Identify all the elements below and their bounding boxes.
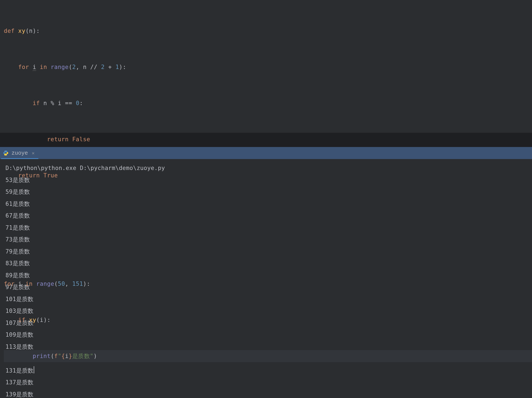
console-output-line: 139是质数 [5,389,532,398]
code-line[interactable]: if xy(i): [4,314,532,326]
code-line[interactable]: if n % i == 0: [4,97,532,109]
python-file-icon [3,150,9,156]
svg-point-1 [7,155,7,155]
code-line[interactable]: return False [4,133,532,145]
code-area[interactable]: def xy(n): for i in range(2, n // 2 + 1)… [0,1,532,386]
run-tab-label: zuoye [11,150,28,156]
gutter [0,0,3,133]
run-tab-zuoye[interactable]: zuoye ✕ [1,147,38,159]
code-line-blank[interactable] [4,242,532,254]
code-line[interactable]: return True [4,169,532,181]
code-line[interactable]: for i in range(2, n // 2 + 1): [4,61,532,73]
close-icon[interactable]: ✕ [32,150,34,156]
code-line[interactable]: for i in range(50, 151): [4,278,532,290]
code-editor[interactable]: def xy(n): for i in range(2, n // 2 + 1)… [0,0,532,133]
svg-point-0 [5,151,5,152]
code-line[interactable]: def xy(n): [4,25,532,37]
code-line[interactable]: print(f"{i}是质数") [4,350,532,362]
code-line-blank[interactable] [4,206,532,218]
